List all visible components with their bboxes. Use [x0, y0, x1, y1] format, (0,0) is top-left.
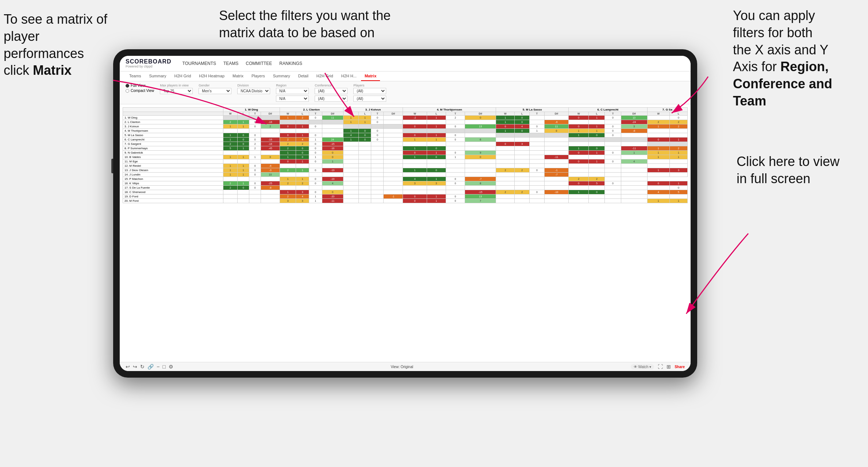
matrix-cell: 0	[605, 151, 621, 155]
matrix-cell: 0	[515, 116, 530, 120]
matrix-cell: 1	[280, 177, 296, 181]
matrix-cell	[530, 138, 545, 142]
filter-max-players-select[interactable]: Top 25	[160, 88, 193, 94]
filter-conference-select2[interactable]: (All)	[315, 96, 347, 102]
tab-detail[interactable]: Detail	[295, 72, 312, 81]
matrix-cell: 1	[223, 133, 238, 138]
matrix-cell	[496, 159, 515, 164]
filter-players-select1[interactable]: (All)	[353, 88, 386, 94]
nav-rankings[interactable]: RANKINGS	[279, 59, 302, 67]
matrix-cell: -20	[322, 194, 343, 199]
matrix-cell	[296, 164, 309, 168]
ann-center-text: Select the filters you want the matrix d…	[219, 8, 391, 40]
tab-h2h-grid[interactable]: H2H Grid	[170, 72, 195, 81]
matrix-cell: 0	[359, 133, 371, 138]
sh-w7: W	[647, 112, 669, 116]
matrix-cell	[359, 155, 371, 159]
filter-conference-select1[interactable]: (All)	[315, 88, 347, 94]
matrix-cell: 4	[296, 194, 309, 199]
matrix-cell: 1	[309, 155, 322, 159]
matrix-cell: 8	[465, 181, 496, 186]
view-compact[interactable]: Compact View	[126, 89, 154, 93]
tab-summary[interactable]: Summary	[145, 72, 170, 81]
view-full[interactable]: Full View	[126, 84, 154, 88]
matrix-cell	[238, 151, 249, 155]
zoom-out-btn[interactable]: −	[157, 364, 160, 370]
matrix-cell	[403, 142, 427, 146]
matrix-cell	[403, 186, 427, 190]
matrix-cell: 0	[309, 146, 322, 151]
tab-matrix[interactable]: Matrix	[229, 72, 247, 81]
filter-region-select1[interactable]: N/A	[276, 88, 309, 94]
filter-division-select[interactable]: NCAA Division I	[237, 88, 270, 94]
matrix-cell	[403, 120, 427, 124]
tablet-side-button[interactable]	[111, 159, 113, 173]
matrix-cell	[605, 190, 621, 194]
matrix-cell: 1	[669, 181, 687, 186]
matrix-cell: 2	[296, 116, 309, 120]
matrix-cell: 0	[403, 151, 427, 155]
undo-btn[interactable]: ↩	[126, 364, 130, 370]
tab-h2h-heatmap[interactable]: H2H Heatmap	[195, 72, 228, 81]
filter-gender-select[interactable]: Men's	[199, 88, 231, 94]
matrix-cell: 0	[647, 181, 669, 186]
matrix-cell: -11	[544, 155, 568, 159]
filter-conference: Conference (All) (All)	[315, 84, 347, 102]
refresh-btn[interactable]: ↻	[140, 364, 145, 370]
nav-committee[interactable]: COMMITTEE	[246, 59, 272, 67]
zoom-in-btn[interactable]: □	[162, 364, 165, 370]
toolbar-left: ↩ ↪ ↻ 🔗 − □ ⚙	[126, 364, 173, 370]
matrix-cell	[359, 142, 371, 146]
matrix-cell: 0	[496, 124, 515, 129]
sub-nav: Teams Summary H2H Grid H2H Heatmap Matri…	[120, 72, 691, 81]
tab-h2h-grid2[interactable]: H2H Grid	[313, 72, 337, 81]
matrix-cell	[605, 186, 621, 190]
filter-players-select2[interactable]: (All)	[353, 96, 386, 102]
redo-btn[interactable]: ↪	[133, 364, 137, 370]
nav-teams[interactable]: TEAMS	[223, 59, 238, 67]
matrix-cell	[223, 199, 238, 203]
matrix-cell: -19	[322, 177, 343, 181]
matrix-cell: 1	[309, 199, 322, 203]
matrix-cell: 1	[569, 190, 589, 194]
watch-badge[interactable]: 👁 Watch ▾	[631, 364, 654, 370]
matrix-cell	[261, 133, 280, 138]
sh-l3: L	[359, 112, 371, 116]
matrix-cell: -45	[261, 146, 280, 151]
matrix-cell	[530, 181, 545, 186]
matrix-cell	[384, 142, 403, 146]
matrix-cell	[403, 190, 427, 194]
tab-players[interactable]: Players	[248, 72, 269, 81]
matrix-cell	[249, 199, 261, 203]
matrix-cell	[309, 186, 322, 190]
matrix-cell: 1	[280, 190, 296, 194]
matrix-cell	[605, 155, 621, 159]
matrix-cell	[515, 146, 530, 151]
matrix-cell	[530, 194, 545, 199]
tab-teams[interactable]: Teams	[126, 72, 145, 81]
expand-btn[interactable]: ⛶	[658, 364, 663, 370]
matrix-cell	[223, 190, 238, 194]
matrix-cell	[322, 120, 343, 124]
sh-l5: L	[515, 112, 530, 116]
matrix-cell	[496, 199, 515, 203]
nav-tournaments[interactable]: TOURNAMENTS	[183, 59, 216, 67]
link-btn[interactable]: 🔗	[147, 364, 154, 370]
settings-btn[interactable]: ⚙	[169, 364, 173, 370]
matrix-cell	[322, 173, 343, 177]
grid-btn[interactable]: ⊞	[667, 364, 671, 370]
matrix-cell	[384, 159, 403, 164]
matrix-cell	[343, 199, 359, 203]
tab-h2h-h[interactable]: H2H H...	[338, 72, 360, 81]
matrix-cell	[238, 116, 249, 120]
player-name-cell: 12. M Riedel	[123, 164, 223, 168]
share-button[interactable]: Share	[675, 365, 685, 369]
matrix-cell: 0	[589, 146, 605, 151]
filter-region-select2[interactable]: N/A	[276, 96, 309, 102]
tab-matrix-active[interactable]: Matrix	[361, 72, 380, 81]
tab-summary2[interactable]: Summary	[269, 72, 294, 81]
matrix-cell	[530, 164, 545, 168]
matrix-cell: 4	[647, 190, 669, 194]
matrix-cell	[359, 164, 371, 168]
matrix-cell	[403, 173, 427, 177]
